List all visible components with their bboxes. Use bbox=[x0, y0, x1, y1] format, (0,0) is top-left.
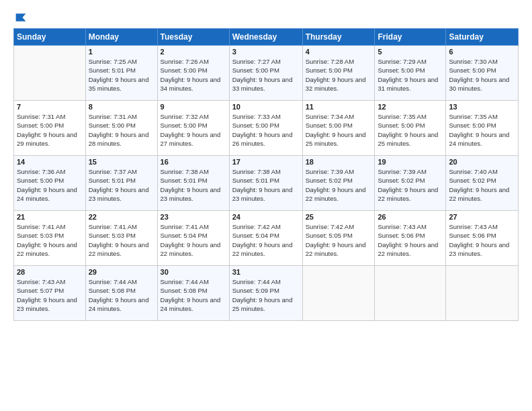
calendar-table: SundayMondayTuesdayWednesdayThursdayFrid… bbox=[13, 28, 519, 321]
day-info: Sunrise: 7:29 AM Sunset: 5:00 PM Dayligh… bbox=[378, 57, 443, 93]
day-info: Sunrise: 7:44 AM Sunset: 5:08 PM Dayligh… bbox=[89, 277, 154, 313]
calendar-cell: 7 Sunrise: 7:31 AM Sunset: 5:00 PM Dayli… bbox=[14, 101, 86, 156]
day-number: 30 bbox=[161, 268, 226, 276]
calendar-cell: 4 Sunrise: 7:28 AM Sunset: 5:00 PM Dayli… bbox=[302, 46, 375, 101]
day-info: Sunrise: 7:27 AM Sunset: 5:00 PM Dayligh… bbox=[232, 57, 300, 93]
calendar-cell bbox=[375, 266, 446, 321]
day-number: 1 bbox=[89, 48, 154, 56]
daylight-text: Daylight: 9 hours and 22 minutes. bbox=[306, 186, 366, 202]
sunrise-text: Sunrise: 7:27 AM bbox=[232, 58, 281, 65]
day-number: 6 bbox=[449, 48, 515, 56]
page: SundayMondayTuesdayWednesdayThursdayFrid… bbox=[0, 0, 532, 328]
sunrise-text: Sunrise: 7:42 AM bbox=[306, 223, 354, 230]
day-info: Sunrise: 7:41 AM Sunset: 5:03 PM Dayligh… bbox=[17, 222, 83, 258]
day-info: Sunrise: 7:42 AM Sunset: 5:05 PM Dayligh… bbox=[306, 222, 372, 258]
header-day-wednesday: Wednesday bbox=[229, 29, 302, 46]
day-number: 2 bbox=[161, 48, 226, 56]
calendar-cell: 14 Sunrise: 7:36 AM Sunset: 5:00 PM Dayl… bbox=[14, 156, 86, 211]
calendar-header: SundayMondayTuesdayWednesdayThursdayFrid… bbox=[14, 29, 519, 46]
day-info: Sunrise: 7:28 AM Sunset: 5:00 PM Dayligh… bbox=[306, 57, 372, 93]
day-info: Sunrise: 7:35 AM Sunset: 5:00 PM Dayligh… bbox=[449, 112, 515, 148]
day-number: 17 bbox=[232, 158, 300, 166]
day-number: 4 bbox=[306, 48, 372, 56]
calendar-cell bbox=[302, 266, 375, 321]
sunrise-text: Sunrise: 7:33 AM bbox=[232, 113, 281, 120]
day-info: Sunrise: 7:44 AM Sunset: 5:08 PM Dayligh… bbox=[161, 277, 226, 313]
daylight-text: Daylight: 9 hours and 25 minutes. bbox=[232, 296, 293, 312]
sunset-text: Sunset: 5:00 PM bbox=[449, 122, 496, 129]
sunrise-text: Sunrise: 7:44 AM bbox=[161, 278, 209, 285]
sunset-text: Sunset: 5:08 PM bbox=[161, 287, 208, 294]
sunset-text: Sunset: 5:01 PM bbox=[161, 177, 208, 184]
calendar-cell: 18 Sunrise: 7:39 AM Sunset: 5:02 PM Dayl… bbox=[302, 156, 375, 211]
sunrise-text: Sunrise: 7:29 AM bbox=[378, 58, 426, 65]
daylight-text: Daylight: 9 hours and 22 minutes. bbox=[161, 241, 221, 257]
daylight-text: Daylight: 9 hours and 23 minutes. bbox=[449, 241, 509, 257]
sunset-text: Sunset: 5:08 PM bbox=[89, 287, 136, 294]
day-info: Sunrise: 7:43 AM Sunset: 5:06 PM Dayligh… bbox=[378, 222, 443, 258]
calendar-cell: 6 Sunrise: 7:30 AM Sunset: 5:00 PM Dayli… bbox=[446, 46, 519, 101]
sunset-text: Sunset: 5:02 PM bbox=[449, 177, 496, 184]
sunrise-text: Sunrise: 7:28 AM bbox=[306, 58, 354, 65]
calendar-cell: 24 Sunrise: 7:42 AM Sunset: 5:04 PM Dayl… bbox=[229, 211, 302, 266]
daylight-text: Daylight: 9 hours and 24 minutes. bbox=[17, 186, 77, 202]
header-day-tuesday: Tuesday bbox=[157, 29, 229, 46]
sunset-text: Sunset: 5:04 PM bbox=[232, 232, 279, 239]
calendar-cell: 19 Sunrise: 7:39 AM Sunset: 5:02 PM Dayl… bbox=[375, 156, 446, 211]
daylight-text: Daylight: 9 hours and 23 minutes. bbox=[232, 186, 293, 202]
daylight-text: Daylight: 9 hours and 31 minutes. bbox=[378, 76, 438, 92]
sunrise-text: Sunrise: 7:41 AM bbox=[89, 223, 137, 230]
day-info: Sunrise: 7:43 AM Sunset: 5:07 PM Dayligh… bbox=[17, 277, 83, 313]
sunrise-text: Sunrise: 7:40 AM bbox=[449, 168, 497, 175]
sunrise-text: Sunrise: 7:39 AM bbox=[306, 168, 354, 175]
calendar-cell: 21 Sunrise: 7:41 AM Sunset: 5:03 PM Dayl… bbox=[14, 211, 86, 266]
sunrise-text: Sunrise: 7:41 AM bbox=[161, 223, 209, 230]
calendar-cell: 5 Sunrise: 7:29 AM Sunset: 5:00 PM Dayli… bbox=[375, 46, 446, 101]
daylight-text: Daylight: 9 hours and 22 minutes. bbox=[89, 241, 149, 257]
day-number: 19 bbox=[378, 158, 443, 166]
sunrise-text: Sunrise: 7:44 AM bbox=[89, 278, 137, 285]
logo-flag-icon bbox=[15, 12, 27, 23]
daylight-text: Daylight: 9 hours and 24 minutes. bbox=[89, 296, 149, 312]
sunset-text: Sunset: 5:00 PM bbox=[232, 122, 279, 129]
day-info: Sunrise: 7:31 AM Sunset: 5:00 PM Dayligh… bbox=[17, 112, 83, 148]
day-number: 9 bbox=[161, 103, 226, 111]
sunset-text: Sunset: 5:02 PM bbox=[378, 177, 425, 184]
day-number: 22 bbox=[89, 213, 154, 221]
daylight-text: Daylight: 9 hours and 23 minutes. bbox=[161, 186, 221, 202]
day-number: 3 bbox=[232, 48, 300, 56]
week-row-2: 7 Sunrise: 7:31 AM Sunset: 5:00 PM Dayli… bbox=[14, 101, 519, 156]
sunrise-text: Sunrise: 7:38 AM bbox=[232, 168, 281, 175]
calendar-cell: 9 Sunrise: 7:32 AM Sunset: 5:00 PM Dayli… bbox=[157, 101, 229, 156]
calendar-cell bbox=[446, 266, 519, 321]
daylight-text: Daylight: 9 hours and 22 minutes. bbox=[232, 241, 293, 257]
sunset-text: Sunset: 5:00 PM bbox=[378, 122, 425, 129]
daylight-text: Daylight: 9 hours and 35 minutes. bbox=[89, 76, 149, 92]
sunset-text: Sunset: 5:02 PM bbox=[306, 177, 353, 184]
calendar-cell: 26 Sunrise: 7:43 AM Sunset: 5:06 PM Dayl… bbox=[375, 211, 446, 266]
day-info: Sunrise: 7:42 AM Sunset: 5:04 PM Dayligh… bbox=[232, 222, 300, 258]
daylight-text: Daylight: 9 hours and 25 minutes. bbox=[306, 131, 366, 147]
day-info: Sunrise: 7:35 AM Sunset: 5:00 PM Dayligh… bbox=[378, 112, 443, 148]
day-number: 28 bbox=[17, 268, 83, 276]
day-number: 23 bbox=[161, 213, 226, 221]
sunset-text: Sunset: 5:00 PM bbox=[306, 66, 353, 74]
calendar-cell: 2 Sunrise: 7:26 AM Sunset: 5:00 PM Dayli… bbox=[157, 46, 229, 101]
day-number: 27 bbox=[449, 213, 515, 221]
daylight-text: Daylight: 9 hours and 22 minutes. bbox=[378, 241, 438, 257]
header-day-friday: Friday bbox=[375, 29, 446, 46]
svg-marker-0 bbox=[16, 13, 26, 21]
calendar-cell: 29 Sunrise: 7:44 AM Sunset: 5:08 PM Dayl… bbox=[85, 266, 157, 321]
header-day-saturday: Saturday bbox=[446, 29, 519, 46]
sunset-text: Sunset: 5:01 PM bbox=[89, 66, 136, 74]
sunset-text: Sunset: 5:04 PM bbox=[161, 232, 208, 239]
day-number: 25 bbox=[306, 213, 372, 221]
calendar-cell: 8 Sunrise: 7:31 AM Sunset: 5:00 PM Dayli… bbox=[85, 101, 157, 156]
daylight-text: Daylight: 9 hours and 29 minutes. bbox=[17, 131, 77, 147]
sunset-text: Sunset: 5:00 PM bbox=[232, 66, 279, 74]
day-info: Sunrise: 7:38 AM Sunset: 5:01 PM Dayligh… bbox=[232, 167, 300, 203]
day-info: Sunrise: 7:32 AM Sunset: 5:00 PM Dayligh… bbox=[161, 112, 226, 148]
daylight-text: Daylight: 9 hours and 23 minutes. bbox=[89, 186, 149, 202]
day-number: 7 bbox=[17, 103, 83, 111]
sunrise-text: Sunrise: 7:35 AM bbox=[449, 113, 497, 120]
